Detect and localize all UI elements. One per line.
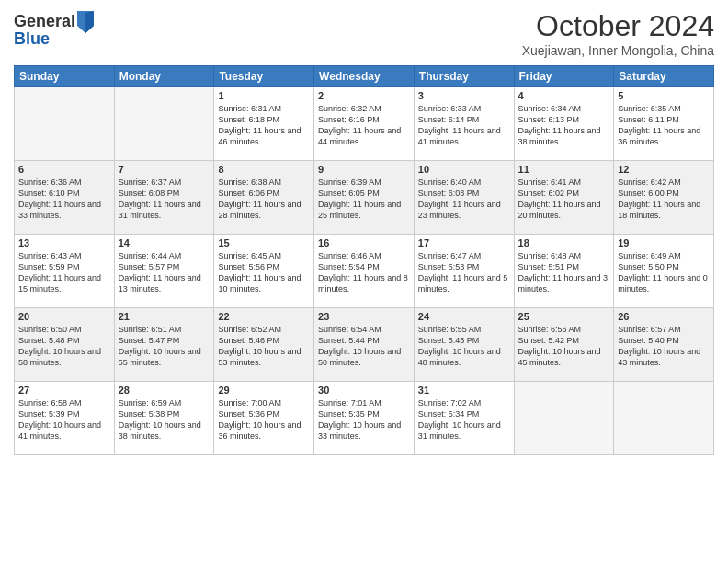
daylight: Daylight: 11 hours and 13 minutes. xyxy=(119,273,201,293)
calendar-cell xyxy=(514,382,614,455)
sunset: Sunset: 6:10 PM xyxy=(18,189,80,198)
day-number: 26 xyxy=(618,311,710,322)
sunrise: Sunrise: 6:34 AM xyxy=(518,104,582,113)
sunrise: Sunrise: 6:47 AM xyxy=(418,251,482,260)
sunset: Sunset: 6:03 PM xyxy=(418,189,480,198)
day-info: Sunrise: 6:45 AM Sunset: 5:56 PM Dayligh… xyxy=(218,250,310,295)
daylight: Daylight: 11 hours and 18 minutes. xyxy=(618,200,700,220)
calendar-cell xyxy=(114,87,214,161)
sunrise: Sunrise: 6:48 AM xyxy=(518,251,582,260)
day-number: 1 xyxy=(218,90,310,101)
sunset: Sunset: 5:47 PM xyxy=(119,336,180,345)
daylight: Daylight: 10 hours and 45 minutes. xyxy=(518,347,601,367)
sunset: Sunset: 6:00 PM xyxy=(618,189,679,198)
sunset: Sunset: 5:51 PM xyxy=(518,262,580,271)
day-info: Sunrise: 6:33 AM Sunset: 6:14 PM Dayligh… xyxy=(418,103,510,148)
day-info: Sunrise: 6:40 AM Sunset: 6:03 PM Dayligh… xyxy=(418,177,510,222)
calendar-cell: 15 Sunrise: 6:45 AM Sunset: 5:56 PM Dayl… xyxy=(214,235,314,308)
daylight: Daylight: 10 hours and 53 minutes. xyxy=(218,347,301,367)
day-info: Sunrise: 6:52 AM Sunset: 5:46 PM Dayligh… xyxy=(218,324,310,369)
day-number: 14 xyxy=(119,237,210,248)
day-number: 30 xyxy=(318,385,410,396)
sunset: Sunset: 6:02 PM xyxy=(518,189,580,198)
daylight: Daylight: 11 hours and 25 minutes. xyxy=(318,200,401,220)
day-info: Sunrise: 6:58 AM Sunset: 5:39 PM Dayligh… xyxy=(18,397,110,442)
svg-marker-1 xyxy=(85,11,94,33)
calendar-cell: 3 Sunrise: 6:33 AM Sunset: 6:14 PM Dayli… xyxy=(414,87,514,161)
day-info: Sunrise: 7:01 AM Sunset: 5:35 PM Dayligh… xyxy=(318,397,410,442)
day-info: Sunrise: 6:54 AM Sunset: 5:44 PM Dayligh… xyxy=(318,324,410,369)
day-number: 20 xyxy=(18,311,110,322)
calendar-cell: 30 Sunrise: 7:01 AM Sunset: 5:35 PM Dayl… xyxy=(314,382,415,455)
calendar-header-row: Sunday Monday Tuesday Wednesday Thursday… xyxy=(15,66,714,87)
calendar-cell: 7 Sunrise: 6:37 AM Sunset: 6:08 PM Dayli… xyxy=(114,161,214,235)
daylight: Daylight: 10 hours and 50 minutes. xyxy=(318,347,401,367)
sunrise: Sunrise: 6:37 AM xyxy=(119,178,182,187)
day-number: 25 xyxy=(518,311,610,322)
sunrise: Sunrise: 7:00 AM xyxy=(218,398,281,408)
day-info: Sunrise: 6:32 AM Sunset: 6:16 PM Dayligh… xyxy=(318,103,410,148)
day-info: Sunrise: 6:43 AM Sunset: 5:59 PM Dayligh… xyxy=(18,250,110,295)
sunrise: Sunrise: 6:55 AM xyxy=(418,325,482,334)
calendar-cell: 24 Sunrise: 6:55 AM Sunset: 5:43 PM Dayl… xyxy=(414,308,514,382)
logo-general: General xyxy=(14,12,75,31)
calendar-cell: 5 Sunrise: 6:35 AM Sunset: 6:11 PM Dayli… xyxy=(614,87,714,161)
calendar-cell: 29 Sunrise: 7:00 AM Sunset: 5:36 PM Dayl… xyxy=(214,382,314,455)
sunset: Sunset: 6:08 PM xyxy=(119,189,180,198)
calendar-cell: 4 Sunrise: 6:34 AM Sunset: 6:13 PM Dayli… xyxy=(514,87,614,161)
calendar-cell: 27 Sunrise: 6:58 AM Sunset: 5:39 PM Dayl… xyxy=(15,382,115,455)
day-info: Sunrise: 6:48 AM Sunset: 5:51 PM Dayligh… xyxy=(518,250,610,295)
calendar-cell: 28 Sunrise: 6:59 AM Sunset: 5:38 PM Dayl… xyxy=(114,382,214,455)
daylight: Daylight: 10 hours and 48 minutes. xyxy=(418,347,501,367)
day-info: Sunrise: 6:35 AM Sunset: 6:11 PM Dayligh… xyxy=(618,103,710,148)
sunrise: Sunrise: 6:58 AM xyxy=(18,398,82,408)
sunset: Sunset: 5:53 PM xyxy=(418,262,480,271)
sunrise: Sunrise: 6:56 AM xyxy=(518,325,582,334)
day-number: 12 xyxy=(618,164,710,175)
sunset: Sunset: 5:42 PM xyxy=(518,336,580,345)
calendar-cell: 17 Sunrise: 6:47 AM Sunset: 5:53 PM Dayl… xyxy=(414,235,514,308)
daylight: Daylight: 11 hours and 8 minutes. xyxy=(318,273,408,293)
calendar-cell: 21 Sunrise: 6:51 AM Sunset: 5:47 PM Dayl… xyxy=(114,308,214,382)
sunrise: Sunrise: 6:49 AM xyxy=(618,251,681,260)
day-number: 18 xyxy=(518,237,610,248)
sunset: Sunset: 5:59 PM xyxy=(18,262,80,271)
daylight: Daylight: 11 hours and 36 minutes. xyxy=(618,126,700,146)
sunrise: Sunrise: 7:02 AM xyxy=(418,398,482,408)
sunset: Sunset: 5:35 PM xyxy=(318,409,380,419)
sunrise: Sunrise: 6:38 AM xyxy=(218,178,281,187)
sunset: Sunset: 5:48 PM xyxy=(18,336,80,345)
calendar-cell: 12 Sunrise: 6:42 AM Sunset: 6:00 PM Dayl… xyxy=(614,161,714,235)
daylight: Daylight: 11 hours and 0 minutes. xyxy=(618,273,708,293)
header: General Blue October 2024 Xuejiawan, Inn… xyxy=(14,9,714,58)
day-info: Sunrise: 6:42 AM Sunset: 6:00 PM Dayligh… xyxy=(618,177,710,222)
day-info: Sunrise: 6:59 AM Sunset: 5:38 PM Dayligh… xyxy=(119,397,210,442)
sunrise: Sunrise: 6:39 AM xyxy=(318,178,381,187)
location: Xuejiawan, Inner Mongolia, China xyxy=(522,43,714,58)
day-info: Sunrise: 6:49 AM Sunset: 5:50 PM Dayligh… xyxy=(618,250,710,295)
calendar-cell: 31 Sunrise: 7:02 AM Sunset: 5:34 PM Dayl… xyxy=(414,382,514,455)
day-info: Sunrise: 6:34 AM Sunset: 6:13 PM Dayligh… xyxy=(518,103,610,148)
daylight: Daylight: 10 hours and 41 minutes. xyxy=(18,420,101,441)
day-number: 31 xyxy=(418,385,510,396)
calendar-cell: 25 Sunrise: 6:56 AM Sunset: 5:42 PM Dayl… xyxy=(514,308,614,382)
calendar-week-5: 27 Sunrise: 6:58 AM Sunset: 5:39 PM Dayl… xyxy=(15,382,714,455)
day-number: 7 xyxy=(119,164,210,175)
calendar-cell xyxy=(15,87,115,161)
calendar-cell: 14 Sunrise: 6:44 AM Sunset: 5:57 PM Dayl… xyxy=(114,235,214,308)
daylight: Daylight: 11 hours and 20 minutes. xyxy=(518,200,601,220)
day-number: 29 xyxy=(218,385,310,396)
sunrise: Sunrise: 6:32 AM xyxy=(318,104,381,113)
day-number: 21 xyxy=(119,311,210,322)
day-number: 9 xyxy=(318,164,410,175)
sunrise: Sunrise: 6:59 AM xyxy=(119,398,182,408)
calendar-cell: 26 Sunrise: 6:57 AM Sunset: 5:40 PM Dayl… xyxy=(614,308,714,382)
day-info: Sunrise: 6:37 AM Sunset: 6:08 PM Dayligh… xyxy=(119,177,210,222)
sunset: Sunset: 5:40 PM xyxy=(618,336,679,345)
sunset: Sunset: 5:57 PM xyxy=(119,262,180,271)
day-number: 24 xyxy=(418,311,510,322)
sunset: Sunset: 5:36 PM xyxy=(218,409,279,419)
sunrise: Sunrise: 7:01 AM xyxy=(318,398,381,408)
sunrise: Sunrise: 6:35 AM xyxy=(618,104,681,113)
day-info: Sunrise: 6:51 AM Sunset: 5:47 PM Dayligh… xyxy=(119,324,210,369)
